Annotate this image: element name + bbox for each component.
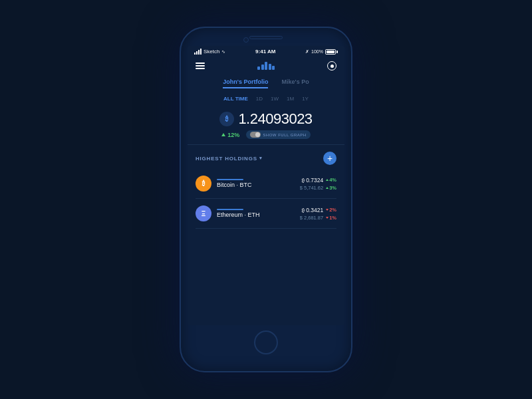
balance-section: ₿ 1.24093023 12% SHOW FULL GRAPH [188,105,344,142]
phone-speaker [249,36,283,39]
phone-camera [243,37,249,43]
change-positive: 12% [221,132,239,138]
settings-button[interactable] [327,61,336,70]
wifi-icon: ∿ [221,49,225,55]
eth-bar [217,209,243,210]
phone-screen: Sketch ∿ 9:41 AM ✗ 100% [188,46,344,325]
coin-list: ₿ Bitcoin · BTC ₿ 0.7324 4% $ 5 [188,169,344,229]
time-filters: ALL TIME 1D 1W 1M 1Y [188,92,344,105]
arrow-tiny-down-icon [326,209,329,211]
app-header [188,57,344,74]
btc-usd-text: $ 5,741.62 [300,185,323,191]
btc-usd-change: 3% [326,185,336,191]
holdings-title-text: HIGHEST HOLDINGS [196,156,257,162]
portfolio-tabs: John's Portfolio Mike's Po [188,74,344,92]
chevron-down-icon: ▾ [259,156,263,161]
arrow-up-icon [221,133,225,136]
btc-usd-value: $ 5,741.62 3% [300,185,336,191]
eth-btc-value: ₿ 0.3421 2% [300,207,336,213]
filter-1m[interactable]: 1M [287,96,294,102]
holdings-title: HIGHEST HOLDINGS ▾ [196,156,263,162]
coin-item-btc[interactable]: ₿ Bitcoin · BTC ₿ 0.7324 4% $ 5 [196,169,336,199]
eth-name: Ethereum · ETH [217,211,295,218]
btc-name-col: Bitcoin · BTC [217,179,295,188]
change-percent: 12% [227,132,239,138]
btc-btc-change: 4% [326,177,336,183]
eth-usd-text: $ 2,681.87 [300,215,323,221]
btc-bar [217,179,243,180]
balance-row: ₿ 1.24093023 [219,110,312,128]
filter-1y[interactable]: 1Y [302,96,309,102]
status-time: 9:41 AM [255,49,275,55]
balance-amount: 1.24093023 [238,110,312,128]
arrow-tiny-down-usd-icon [326,217,329,219]
bluetooth-icon: ✗ [305,49,309,55]
chart-icon [257,62,275,70]
filter-1w[interactable]: 1W [271,96,279,102]
holdings-header: HIGHEST HOLDINGS ▾ + [188,148,344,169]
coin-item-eth[interactable]: Ξ Ethereum · ETH ₿ 0.3421 2% $ [196,199,336,229]
btc-icon: ₿ [196,176,211,192]
show-graph-label: SHOW FULL GRAPH [263,133,306,137]
arrow-tiny-up-usd-icon [326,187,329,189]
btc-values: ₿ 0.7324 4% $ 5,741.62 3% [300,177,336,191]
battery [325,49,338,55]
toggle-dot [255,132,260,137]
home-button[interactable] [254,331,278,354]
status-left: Sketch ∿ [194,49,225,55]
eth-usd-value: $ 2,681.87 1% [300,215,336,221]
btc-name: Bitcoin · BTC [217,182,295,188]
tab-mikes-portfolio[interactable]: Mike's Po [281,78,309,88]
arrow-tiny-up-icon [326,179,329,181]
show-graph-button[interactable]: SHOW FULL GRAPH [246,130,310,139]
filter-1d[interactable]: 1D [256,96,263,102]
btc-symbol: ₿ [219,112,234,126]
eth-icon: Ξ [196,205,211,221]
btc-btc-value: ₿ 0.7324 4% [300,177,336,184]
toggle-switch [250,132,261,138]
menu-button[interactable] [196,63,205,69]
add-coin-button[interactable]: + [323,152,336,165]
phone-frame: Sketch ∿ 9:41 AM ✗ 100% [180,27,352,372]
status-right: ✗ 100% [305,49,338,55]
balance-sub: 12% SHOW FULL GRAPH [221,130,310,139]
eth-btc-change: 2% [326,207,336,213]
btc-value-text: ₿ 0.7324 [302,177,323,184]
signal-bars [194,49,201,55]
tab-johns-portfolio[interactable]: John's Portfolio [223,78,268,88]
divider [188,144,344,145]
filter-all-time[interactable]: ALL TIME [223,96,248,102]
status-bar: Sketch ∿ 9:41 AM ✗ 100% [188,46,344,57]
eth-name-col: Ethereum · ETH [217,209,295,218]
battery-percent: 100% [311,49,323,54]
eth-usd-change: 1% [326,215,336,221]
eth-values: ₿ 0.3421 2% $ 2,681.87 1% [300,207,336,221]
eth-value-text: ₿ 0.3421 [302,207,323,213]
carrier-text: Sketch [203,49,219,55]
